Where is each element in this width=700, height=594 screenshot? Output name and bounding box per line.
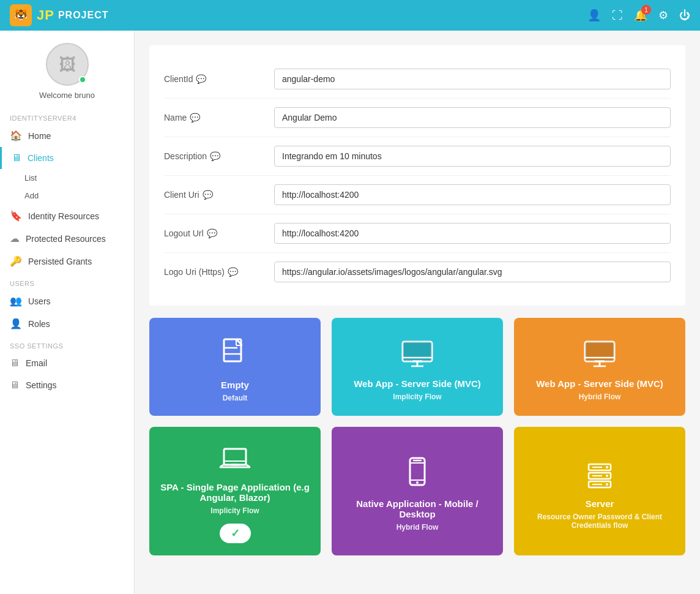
name-label: Name 💬 [164,113,274,122]
logo-uri-label: Logo Uri (Https) 💬 [164,267,274,277]
identity-resources-icon: 🔖 [10,210,22,222]
navbar-icons: 👤 ⛶ 🔔 1 ⚙ ⏻ [587,9,690,22]
client-uri-input[interactable] [274,184,671,205]
client-uri-label: Client Uri 💬 [164,190,274,200]
clientid-label: ClientId 💬 [164,74,274,84]
sidebar-home-label: Home [28,131,51,141]
mobile-icon [405,457,430,491]
form-row-clientid: ClientId 💬 [164,60,671,99]
sidebar-item-protected-resources[interactable]: ☁ Protected Resources [0,227,134,250]
sidebar-profile: 🖼 Welcome bruno [0,31,134,107]
sidebar-clients-submenu: List Add [0,169,134,205]
home-icon: 🏠 [10,130,22,141]
sidebar-sub-list[interactable]: List [24,169,134,187]
card-webapp-mvc-implicit-title: Web App - Server Side (MVC) [354,378,481,389]
description-input[interactable] [274,146,671,167]
svg-point-24 [416,481,419,484]
sidebar-identity-resources-label: Identity Resources [28,211,99,221]
card-spa-subtitle: Implicity Flow [210,506,259,515]
welcome-text: Welcome bruno [39,91,95,100]
client-uri-tooltip-icon: 💬 [203,190,213,200]
sidebar-item-users[interactable]: 👥 Users [0,290,134,312]
logo-icon: 🐯 [10,4,32,26]
name-tooltip-icon: 💬 [190,113,200,122]
sidebar-clients-label: Clients [28,153,54,163]
sidebar-roles-label: Roles [28,319,50,329]
clientid-tooltip-icon: 💬 [196,74,206,84]
sidebar-sub-add[interactable]: Add [24,187,134,205]
sidebar-persisted-grants-label: Persisted Grants [28,257,92,266]
logout-url-label: Logout Url 💬 [164,228,274,238]
card-webapp-mvc-hybrid-subtitle: Hybrid Flow [579,393,621,401]
card-spa-check: ✓ [220,524,251,543]
logo-uri-input[interactable] [274,261,671,282]
card-spa-title: SPA - Single Page Application (e.g Angul… [159,482,311,503]
description-tooltip-icon: 💬 [210,151,220,161]
navbar: 🐯 JP PROJECT 👤 ⛶ 🔔 1 ⚙ ⏻ [0,0,700,31]
sidebar: 🖼 Welcome bruno IdentityServer4 🏠 Home 🖥… [0,31,135,594]
server-icon [584,459,616,491]
user-nav-icon[interactable]: 👤 [587,9,601,22]
card-native-mobile[interactable]: Native Application - Mobile / Desktop Hy… [332,427,503,555]
card-server-subtitle: Resource Owner Password & Client Credent… [524,513,676,530]
document-icon [219,338,251,372]
svg-rect-17 [224,449,246,465]
monitor-icon-2 [583,339,617,371]
laptop-icon [218,445,252,475]
email-icon: 🖥 [10,358,20,369]
protected-resources-icon: ☁ [10,233,20,244]
card-webapp-mvc-hybrid-title: Web App - Server Side (MVC) [536,378,663,389]
bell-icon[interactable]: 🔔 1 [634,9,647,22]
avatar: 🖼 [46,43,89,86]
checkmark-icon: ✓ [231,527,240,540]
card-native-mobile-title: Native Application - Mobile / Desktop [341,498,493,519]
card-spa-angular[interactable]: SPA - Single Page Application (e.g Angul… [149,427,321,555]
card-webapp-mvc-implicit-subtitle: Implicity Flow [393,393,441,401]
sidebar-section-users: Users [0,273,134,290]
brand-logo: 🐯 JP PROJECT [10,4,109,26]
form-row-logout-url: Logout Url 💬 [164,214,671,253]
brand-jp: JP [37,7,54,23]
sidebar-item-home[interactable]: 🏠 Home [0,124,134,147]
card-server[interactable]: Server Resource Owner Password & Client … [514,427,685,555]
svg-point-30 [606,475,608,477]
form-row-client-uri: Client Uri 💬 [164,176,671,214]
card-empty-title: Empty [221,380,249,390]
clients-icon: 🖥 [12,152,21,164]
avatar-icon: 🖼 [59,55,76,75]
fullscreen-icon[interactable]: ⛶ [612,9,623,22]
users-icon: 👥 [10,295,22,307]
main-content: ClientId 💬 Name 💬 Description 💬 [135,31,700,594]
form-row-description: Description 💬 [164,137,671,176]
card-native-mobile-subtitle: Hybrid Flow [397,523,439,532]
logout-url-input[interactable] [274,223,671,244]
roles-icon: 👤 [10,318,22,329]
settings-nav-icon[interactable]: ⚙ [658,9,668,22]
card-webapp-mvc-hybrid[interactable]: Web App - Server Side (MVC) Hybrid Flow [514,318,685,416]
bell-badge: 1 [641,5,651,15]
avatar-online-dot [79,76,86,83]
sidebar-users-label: Users [28,296,51,306]
sidebar-item-email[interactable]: 🖥 Email [0,352,134,374]
svg-point-31 [606,483,608,486]
description-label: Description 💬 [164,151,274,161]
card-empty-subtitle: Default [223,394,248,402]
cards-grid: Empty Default Web App - Server Side (MVC… [149,318,685,555]
form-section: ClientId 💬 Name 💬 Description 💬 [149,45,685,306]
form-row-logo-uri: Logo Uri (Https) 💬 [164,253,671,291]
card-empty-default[interactable]: Empty Default [149,318,321,416]
sidebar-item-clients[interactable]: 🖥 Clients [0,147,134,169]
sidebar-settings-label: Settings [26,380,57,390]
card-webapp-mvc-implicit[interactable]: Web App - Server Side (MVC) Implicity Fl… [332,318,503,416]
name-input[interactable] [274,107,671,128]
sidebar-item-identity-resources[interactable]: 🔖 Identity Resources [0,205,134,227]
sidebar-section-identity: IdentityServer4 [0,107,134,124]
sidebar-item-persisted-grants[interactable]: 🔑 Persisted Grants [0,250,134,273]
sidebar-section-sso: SSO Settings [0,335,134,352]
logout-url-tooltip-icon: 💬 [207,228,217,238]
logout-icon[interactable]: ⏻ [679,9,690,22]
sidebar-item-settings[interactable]: 🖥 Settings [0,374,134,396]
sidebar-item-roles[interactable]: 👤 Roles [0,312,134,335]
clientid-input[interactable] [274,69,671,89]
logo-uri-tooltip-icon: 💬 [228,267,238,277]
